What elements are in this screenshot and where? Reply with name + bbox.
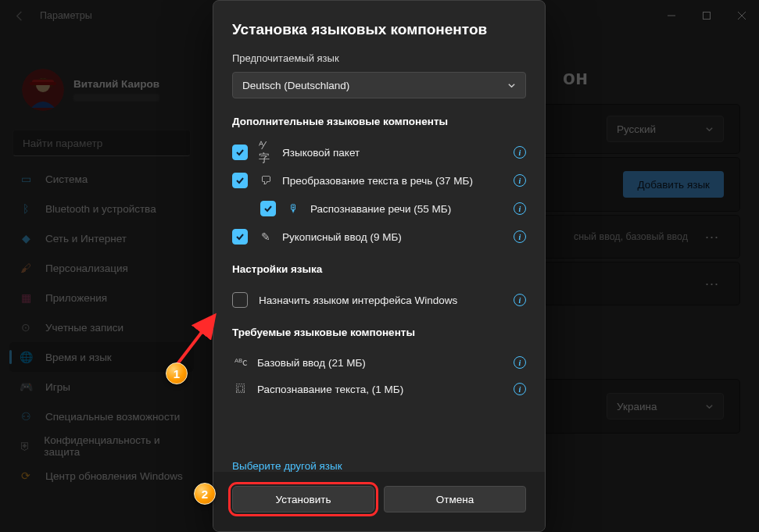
required-ocr: ⿴ Распознавание текста, (1 МБ) i <box>232 376 526 402</box>
required-section-header: Требуемые языковые компоненты <box>232 327 526 338</box>
info-icon[interactable]: i <box>514 383 526 395</box>
checkbox-display-language[interactable] <box>232 292 248 308</box>
cancel-button[interactable]: Отмена <box>384 486 526 512</box>
info-icon[interactable]: i <box>514 202 526 215</box>
info-icon[interactable]: i <box>514 146 526 159</box>
keyboard-icon: ᴬᴮᴄ <box>232 355 249 370</box>
option-tts[interactable]: 🗩 Преобразование текста в речь (37 МБ) i <box>232 166 526 195</box>
preferred-language-combo[interactable]: Deutsch (Deutschland) <box>232 72 526 98</box>
info-icon[interactable]: i <box>514 356 526 369</box>
required-basic-typing: ᴬᴮᴄ Базовый ввод (21 МБ) i <box>232 349 526 376</box>
option-display-language[interactable]: Назначить языком интерфейса Windows i <box>232 286 526 314</box>
choose-different-language-link[interactable]: Выберите другой язык <box>213 460 545 472</box>
settings-window: Параметры Виталий Каиров Найти параметр … <box>0 0 759 532</box>
dialog-footer: Установить Отмена <box>213 472 545 531</box>
checkbox-speech[interactable] <box>260 201 276 216</box>
optional-section-header: Дополнительные языковые компоненты <box>232 116 526 127</box>
option-language-pack[interactable]: ᴬ⁄字 Языковой пакет i <box>232 138 526 166</box>
option-handwriting[interactable]: ✎ Рукописный ввод (9 МБ) i <box>232 223 526 251</box>
settings-section-header: Настройки языка <box>232 263 526 275</box>
language-pack-icon: ᴬ⁄字 <box>259 145 273 159</box>
checkbox-handwriting[interactable] <box>232 229 248 245</box>
microphone-icon: 🎙 <box>287 202 301 216</box>
option-speech[interactable]: 🎙 Распознавание речи (55 МБ) i <box>232 195 526 223</box>
info-icon[interactable]: i <box>514 174 526 187</box>
tts-icon: 🗩 <box>259 173 273 187</box>
preferred-language-label: Предпочитаемый язык <box>232 52 526 64</box>
checkbox-language-pack[interactable] <box>232 145 248 160</box>
install-language-dialog: Установка языковых компонентов Предпочит… <box>213 0 546 532</box>
info-icon[interactable]: i <box>514 230 526 243</box>
ocr-icon: ⿴ <box>232 382 249 396</box>
chevron-down-icon <box>507 81 516 90</box>
info-icon[interactable]: i <box>514 294 526 306</box>
checkbox-tts[interactable] <box>232 173 248 188</box>
annotation-badge-1: 1 <box>166 362 188 384</box>
combo-value: Deutsch (Deutschland) <box>242 80 349 91</box>
annotation-badge-2: 2 <box>194 483 216 505</box>
dialog-title: Установка языковых компонентов <box>232 21 526 38</box>
install-button[interactable]: Установить <box>232 486 374 512</box>
handwriting-icon: ✎ <box>259 230 273 244</box>
